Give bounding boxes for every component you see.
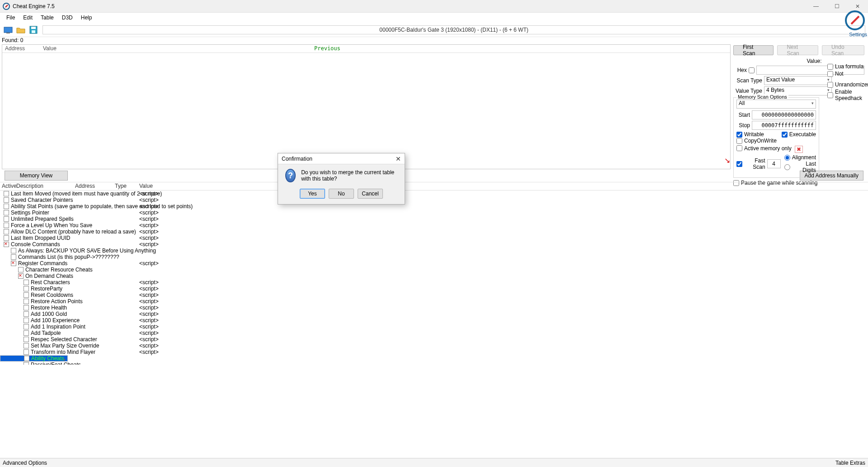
dialog-no-button[interactable]: No [329, 189, 354, 199]
dialog-title: Confirmation [282, 156, 312, 162]
dialog-close-icon[interactable]: ✕ [396, 155, 401, 162]
dialog-yes-button[interactable]: Yes [300, 189, 325, 199]
modal-overlay: Confirmation ✕ ? Do you wish to merge th… [0, 0, 868, 467]
dialog-cancel-button[interactable]: Cancel [358, 189, 383, 199]
dialog-message: Do you wish to merge the current table w… [301, 169, 397, 182]
confirmation-dialog: Confirmation ✕ ? Do you wish to merge th… [278, 153, 405, 205]
question-icon: ? [285, 169, 296, 182]
